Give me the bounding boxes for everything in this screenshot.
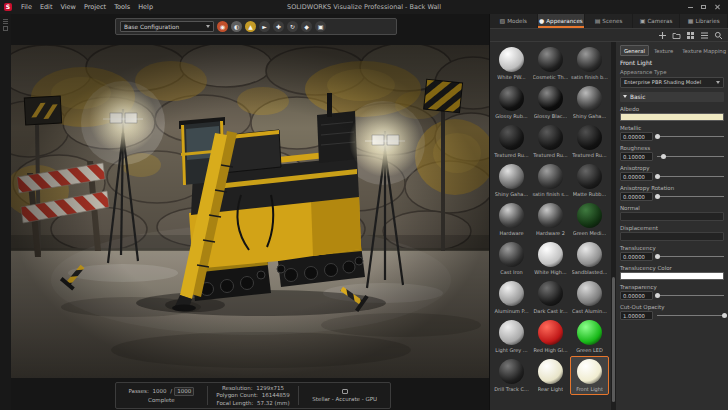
appearance-swatch[interactable]: Shiny Gaha... xyxy=(570,83,609,122)
add-appearance-icon[interactable] xyxy=(658,31,667,40)
appearance-swatch[interactable]: Cast Iron xyxy=(492,239,531,278)
appearance-swatch[interactable]: Textured Ru... xyxy=(531,122,570,161)
menu-file[interactable]: File xyxy=(17,3,36,11)
appearance-swatch[interactable]: Dark Cast Ir... xyxy=(531,278,570,317)
appearance-sphere xyxy=(577,281,602,306)
maximize-icon[interactable] xyxy=(701,5,706,9)
basic-section-header[interactable]: Basic xyxy=(620,92,724,102)
add-keyframe-button[interactable]: ✚ xyxy=(273,21,284,32)
field-normal: Normal xyxy=(620,205,724,222)
appearance-swatch[interactable]: Cast Alumin... xyxy=(570,278,609,317)
roughness-value-input[interactable]: 0.10000 xyxy=(620,152,653,161)
property-tab-texture[interactable]: Texture xyxy=(650,45,677,56)
appearance-sphere xyxy=(538,86,563,111)
appearance-sphere xyxy=(538,281,563,306)
viewport[interactable]: Base Configuration ◉◐▲►✚↻◆▣ Passes: 1000… xyxy=(11,14,489,410)
appearance-swatch[interactable]: Hardware xyxy=(492,200,531,239)
menu-view[interactable]: View xyxy=(56,3,79,11)
camera-button[interactable]: ◆ xyxy=(301,21,312,32)
appearances-button[interactable]: ◐ xyxy=(231,21,242,32)
appearance-swatch[interactable]: Matte Rubb... xyxy=(570,161,609,200)
displacement-texture-well[interactable] xyxy=(620,232,724,241)
menu-edit[interactable]: Edit xyxy=(36,3,57,11)
search-icon[interactable] xyxy=(714,31,723,40)
transparency-slider-track[interactable] xyxy=(657,295,724,296)
normal-texture-well[interactable] xyxy=(620,212,724,221)
appearance-swatch[interactable]: Shiny Gaha... xyxy=(492,161,531,200)
tab-models[interactable]: ▧Models xyxy=(490,14,538,28)
select-tool-button[interactable]: ► xyxy=(259,21,270,32)
appearance-swatch[interactable]: Front Light xyxy=(570,356,609,395)
field-albedo: Albedo xyxy=(620,106,724,122)
translucency-slider-handle[interactable] xyxy=(655,254,660,259)
turntable-button[interactable]: ↻ xyxy=(287,21,298,32)
albedo-color-swatch[interactable] xyxy=(620,113,724,121)
palette-collapse-icon[interactable] xyxy=(3,19,8,20)
roughness-slider-handle[interactable] xyxy=(661,154,666,159)
property-tab-texture-mapping[interactable]: Texture Mapping xyxy=(678,45,728,56)
output-tools-button[interactable]: ▲ xyxy=(245,21,256,32)
left-tool-icon[interactable] xyxy=(3,26,8,31)
tab-cameras[interactable]: ▣Cameras xyxy=(633,14,681,28)
appearance-swatch[interactable]: Sandblasted... xyxy=(570,239,609,278)
cut-out-opacity-value-input[interactable]: 1.00000 xyxy=(620,311,653,320)
appearance-swatch[interactable]: White High... xyxy=(531,239,570,278)
translucency-slider-track[interactable] xyxy=(657,256,724,257)
tab-scenes[interactable]: ▤Scenes xyxy=(585,14,633,28)
list-view-icon[interactable] xyxy=(700,31,709,40)
property-tab-general[interactable]: General xyxy=(620,45,649,56)
transparency-slider-handle[interactable] xyxy=(655,293,660,298)
transparency-value-input[interactable]: 0.00000 xyxy=(620,291,653,300)
render-scene[interactable] xyxy=(11,45,489,378)
appearance-swatch[interactable]: Red High Gl... xyxy=(531,317,570,356)
passes-total-input[interactable]: 1000 xyxy=(174,387,194,395)
roughness-slider-track[interactable] xyxy=(657,156,724,157)
grid-view-icon[interactable] xyxy=(686,31,695,40)
minimize-icon[interactable] xyxy=(688,7,693,8)
appearance-sphere xyxy=(577,203,602,228)
metallic-slider-handle[interactable] xyxy=(655,134,660,139)
appearance-swatch[interactable]: Light Grey ... xyxy=(492,317,531,356)
appearance-swatch[interactable]: satin finish s... xyxy=(531,161,570,200)
anisotropy-rotation-slider-handle[interactable] xyxy=(655,194,660,199)
appearance-swatch[interactable]: Glossy Blac... xyxy=(531,83,570,122)
cut-out-opacity-slider-track[interactable] xyxy=(657,315,724,316)
options-button[interactable]: ▣ xyxy=(315,21,326,32)
appearance-swatch[interactable]: Drill Track C... xyxy=(492,356,531,395)
anisotropy-slider-handle[interactable] xyxy=(655,174,660,179)
appearance-swatch[interactable]: Glossy Rub... xyxy=(492,83,531,122)
appearance-sphere xyxy=(577,242,602,267)
menu-project[interactable]: Project xyxy=(80,3,110,11)
appearance-swatch[interactable]: Aluminum P... xyxy=(492,278,531,317)
render-button[interactable]: ◉ xyxy=(217,21,228,32)
menu-help[interactable]: Help xyxy=(134,3,157,11)
tab-appearances[interactable]: ●Appearances xyxy=(538,14,586,28)
appearance-swatch[interactable]: Textured Ru... xyxy=(492,122,531,161)
anisotropy-slider-track[interactable] xyxy=(657,176,724,177)
close-icon[interactable] xyxy=(714,4,720,10)
appearance-sphere xyxy=(499,86,524,111)
cut-out-opacity-slider-handle[interactable] xyxy=(722,313,727,318)
translucency-color-color-swatch[interactable] xyxy=(620,272,724,280)
configuration-dropdown[interactable]: Base Configuration xyxy=(120,21,214,32)
appearance-type-dropdown[interactable]: Enterprise PBR Shading Model xyxy=(620,77,724,88)
metallic-value-input[interactable]: 0.00000 xyxy=(620,132,653,141)
anisotropy-value-input[interactable]: 0.00000 xyxy=(620,172,653,181)
tab-libraries[interactable]: ▦Libraries xyxy=(680,14,728,28)
appearance-swatch[interactable]: Textured Ru... xyxy=(570,122,609,161)
appearance-swatch[interactable]: satin finish b... xyxy=(570,44,609,83)
appearance-swatch[interactable]: Cosmetic Th... xyxy=(531,44,570,83)
appearance-swatch[interactable]: White PW... xyxy=(492,44,531,83)
metallic-slider-track[interactable] xyxy=(657,136,724,137)
anisotropy-rotation-slider-track[interactable] xyxy=(657,196,724,197)
anisotropy-rotation-value-input[interactable]: 0.00000 xyxy=(620,192,653,201)
appearance-swatch[interactable]: Green Medi... xyxy=(570,200,609,239)
appearance-swatch[interactable]: Rear Light xyxy=(531,356,570,395)
appearance-name[interactable]: Front Light xyxy=(620,59,724,66)
menu-tools[interactable]: Tools xyxy=(110,3,134,11)
scrollbar-thumb[interactable] xyxy=(612,277,615,402)
import-folder-icon[interactable] xyxy=(672,31,681,40)
translucency-value-input[interactable]: 0.00000 xyxy=(620,252,653,261)
appearance-swatch[interactable]: Green LED xyxy=(570,317,609,356)
appearance-swatch[interactable]: Hardware 2 xyxy=(531,200,570,239)
